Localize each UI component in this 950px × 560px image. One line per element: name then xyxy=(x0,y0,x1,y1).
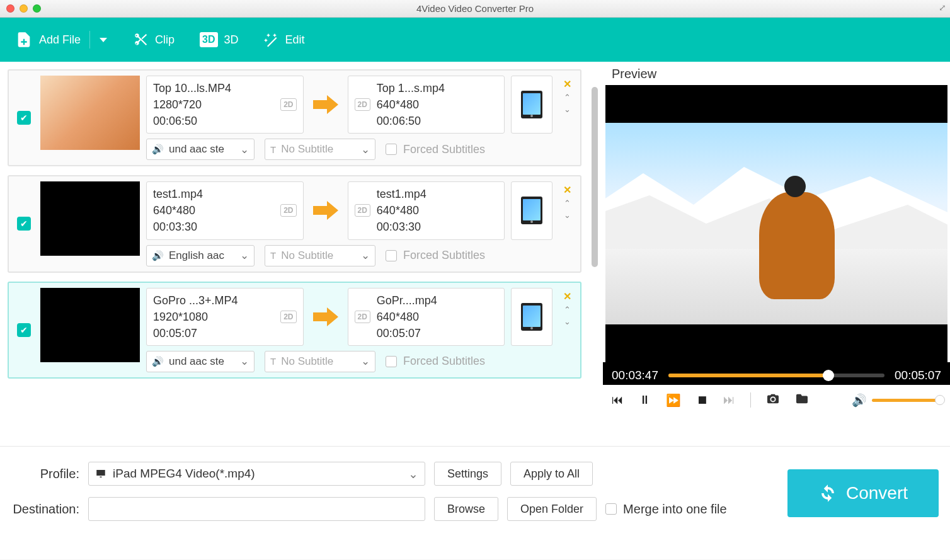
browse-button[interactable]: Browse xyxy=(434,497,498,521)
file-row[interactable]: ✔ test1.mp4 640*480 00:03:30 2D 2D xyxy=(8,175,581,272)
row-checkbox[interactable]: ✔ xyxy=(14,181,34,266)
audio-value: und aac ste xyxy=(169,355,224,368)
ipad-icon xyxy=(521,303,542,331)
forced-subtitles-checkbox[interactable]: Forced Subtitles xyxy=(386,249,485,262)
checkbox-icon xyxy=(605,503,617,515)
profile-select[interactable]: iPad MPEG4 Video(*.mp4) ⌄ xyxy=(88,462,425,486)
remove-row-button[interactable]: ✕ xyxy=(563,184,571,196)
row-checkbox[interactable]: ✔ xyxy=(14,288,34,372)
convert-label: Convert xyxy=(846,483,908,503)
refresh-icon xyxy=(818,484,837,503)
three-d-label: 3D xyxy=(224,33,239,47)
add-file-dropdown[interactable] xyxy=(89,31,107,49)
clip-button[interactable]: Clip xyxy=(132,31,175,48)
scroll-thumb[interactable] xyxy=(592,87,598,267)
source-resolution: 1920*1080 xyxy=(153,309,238,325)
audio-track-select[interactable]: 🔊 und aac ste ⌄ xyxy=(146,139,255,160)
prev-button[interactable]: ⏮ xyxy=(612,393,624,407)
destination-input[interactable] xyxy=(88,497,425,521)
transport-controls: ⏮ ⏸ ⏩ ⏹ ⏭ 🔊 xyxy=(603,385,950,415)
target-duration: 00:06:50 xyxy=(377,113,498,129)
ipad-icon xyxy=(521,91,542,118)
move-down-button[interactable]: ⌄ xyxy=(564,317,571,326)
source-resolution: 1280*720 xyxy=(153,96,231,113)
move-up-button[interactable]: ⌃ xyxy=(564,305,571,314)
volume-icon[interactable]: 🔊 xyxy=(852,393,867,408)
volume-slider[interactable] xyxy=(872,399,941,402)
audio-value: English aac xyxy=(169,249,224,262)
titlebar: 4Video Video Converter Pro ⤢ xyxy=(0,0,950,18)
snapshot-button[interactable] xyxy=(766,393,780,408)
subtitle-select[interactable]: T No Subtitle ⌄ xyxy=(265,245,375,266)
apply-to-all-button[interactable]: Apply to All xyxy=(510,462,593,486)
seek-bar[interactable] xyxy=(668,374,884,377)
move-up-button[interactable]: ⌃ xyxy=(564,198,571,208)
open-folder-button[interactable]: Open Folder xyxy=(507,497,597,521)
next-button[interactable]: ⏭ xyxy=(723,393,735,407)
source-2d-badge: 2D xyxy=(280,311,296,323)
scissors-icon xyxy=(132,31,149,48)
source-info-box: GoPro ...3+.MP4 1920*1080 00:05:07 2D xyxy=(146,288,304,346)
subtitle-select[interactable]: T No Subtitle ⌄ xyxy=(265,139,375,160)
subtitle-value: No Subtitle xyxy=(281,249,333,262)
scrollbar[interactable] xyxy=(589,62,603,446)
target-device-button[interactable] xyxy=(511,288,552,346)
add-file-button[interactable]: Add File xyxy=(15,30,81,49)
clip-label: Clip xyxy=(155,33,175,47)
target-device-button[interactable] xyxy=(511,76,552,134)
expand-icon[interactable]: ⤢ xyxy=(939,3,946,13)
chevron-down-icon: ⌄ xyxy=(240,249,249,262)
source-info-box: test1.mp4 640*480 00:03:30 2D xyxy=(146,181,304,239)
separator xyxy=(750,392,751,408)
fast-forward-button[interactable]: ⏩ xyxy=(666,393,681,408)
audio-track-select[interactable]: 🔊 und aac ste ⌄ xyxy=(146,351,255,372)
chevron-down-icon: ⌄ xyxy=(361,355,370,368)
add-file-label: Add File xyxy=(39,33,81,47)
file-row[interactable]: ✔ Top 10...ls.MP4 1280*720 00:06:50 2D 2… xyxy=(8,69,581,166)
merge-checkbox[interactable]: Merge into one file xyxy=(605,502,727,517)
source-duration: 00:03:30 xyxy=(153,219,203,235)
move-up-button[interactable]: ⌃ xyxy=(564,93,571,102)
preview-video[interactable] xyxy=(605,85,947,362)
file-row[interactable]: ✔ GoPro ...3+.MP4 1920*1080 00:05:07 2D … xyxy=(8,282,581,379)
stop-button[interactable]: ⏹ xyxy=(696,393,708,407)
checkbox-icon xyxy=(386,144,397,155)
subtitle-value: No Subtitle xyxy=(281,355,333,368)
move-down-button[interactable]: ⌄ xyxy=(564,210,571,220)
seek-knob[interactable] xyxy=(823,370,834,381)
open-snapshot-folder-button[interactable] xyxy=(795,393,809,408)
remove-row-button[interactable]: ✕ xyxy=(563,78,571,90)
target-device-button[interactable] xyxy=(511,181,552,239)
source-filename: GoPro ...3+.MP4 xyxy=(153,292,238,309)
pause-button[interactable]: ⏸ xyxy=(639,393,651,407)
row-checkbox[interactable]: ✔ xyxy=(14,76,34,160)
source-filename: Top 10...ls.MP4 xyxy=(153,80,231,96)
remove-row-button[interactable]: ✕ xyxy=(563,290,571,302)
edit-button[interactable]: Edit xyxy=(264,32,305,47)
main-toolbar: Add File Clip 3D 3D Edit xyxy=(0,18,950,62)
monitor-icon xyxy=(95,468,106,479)
target-resolution: 640*480 xyxy=(377,309,498,325)
audio-track-select[interactable]: 🔊 English aac ⌄ xyxy=(146,245,255,266)
target-resolution: 640*480 xyxy=(377,96,498,113)
target-2d-badge: 2D xyxy=(355,98,370,111)
speaker-icon: 🔊 xyxy=(152,250,164,261)
current-time: 00:03:47 xyxy=(612,369,658,382)
file-thumbnail[interactable] xyxy=(40,288,140,362)
forced-subtitles-label: Forced Subtitles xyxy=(403,355,485,368)
target-duration: 00:03:30 xyxy=(377,219,498,235)
subtitle-select[interactable]: T No Subtitle ⌄ xyxy=(265,351,375,372)
target-2d-badge: 2D xyxy=(355,204,370,217)
profile-value: iPad MPEG4 Video(*.mp4) xyxy=(113,467,255,481)
forced-subtitles-checkbox[interactable]: Forced Subtitles xyxy=(386,355,485,368)
file-thumbnail[interactable] xyxy=(40,76,140,150)
three-d-button[interactable]: 3D 3D xyxy=(200,32,238,47)
convert-button[interactable]: Convert xyxy=(787,469,939,517)
source-2d-badge: 2D xyxy=(280,204,296,217)
target-resolution: 640*480 xyxy=(377,202,498,219)
edit-label: Edit xyxy=(285,33,305,47)
forced-subtitles-checkbox[interactable]: Forced Subtitles xyxy=(386,143,485,156)
file-thumbnail[interactable] xyxy=(40,181,140,256)
move-down-button[interactable]: ⌄ xyxy=(564,105,571,114)
settings-button[interactable]: Settings xyxy=(434,462,501,486)
